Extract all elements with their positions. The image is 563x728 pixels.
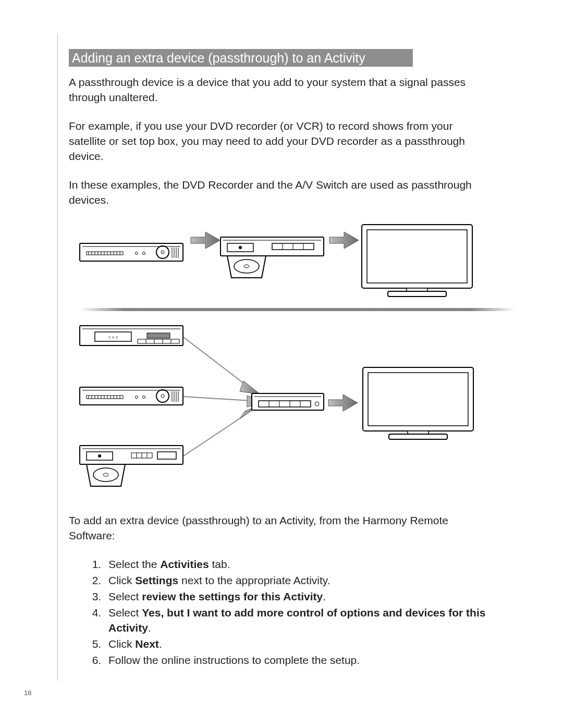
svg-point-73 <box>98 454 101 458</box>
vhs-label: V H S <box>108 336 118 339</box>
svg-marker-22 <box>191 232 220 249</box>
vertical-margin-line <box>57 34 58 681</box>
step-bold: Next <box>135 638 159 650</box>
diagram-row-1 <box>69 221 527 305</box>
svg-point-26 <box>239 246 242 249</box>
diagram-row-2: V H S <box>69 323 527 500</box>
steps-list: Select the Activities tab. Click Setting… <box>89 557 500 668</box>
receiver-device <box>79 380 183 411</box>
step-2: Click Settings next to the appropriate A… <box>104 573 500 588</box>
paragraph-1: A passthrough device is a device that yo… <box>69 75 491 105</box>
av-switch-device <box>251 390 324 415</box>
dvd-player-device <box>79 441 183 493</box>
step-bold: Activities <box>160 558 209 570</box>
step-text: tab. <box>209 558 230 570</box>
paragraph-4: To add an extra device (passthrough) to … <box>69 513 491 544</box>
step-text: . <box>159 638 162 650</box>
svg-point-32 <box>234 260 259 273</box>
svg-rect-38 <box>388 291 446 297</box>
step-text: next to the appropriate Activity. <box>178 574 330 586</box>
step-6: Follow the online instructions to comple… <box>104 653 500 668</box>
svg-line-86 <box>183 414 246 456</box>
svg-point-80 <box>93 468 118 482</box>
dvd-recorder-device <box>220 233 324 285</box>
step-text: Select <box>108 590 142 602</box>
step-3: Select review the settings for this Acti… <box>104 589 500 604</box>
step-4: Select Yes, but I want to add more contr… <box>104 606 500 636</box>
step-text: Click <box>108 638 135 650</box>
svg-rect-42 <box>147 333 170 338</box>
svg-line-84 <box>183 397 251 401</box>
svg-line-82 <box>183 337 246 385</box>
step-text: Select <box>108 607 142 619</box>
svg-rect-48 <box>80 387 183 405</box>
step-text: Click <box>108 574 135 586</box>
svg-rect-0 <box>80 243 183 261</box>
paragraph-3: In these examples, the DVD Recorder and … <box>69 178 491 208</box>
step-5: Click Next. <box>104 637 500 652</box>
step-text: Select the <box>108 558 160 570</box>
step-1: Select the Activities tab. <box>104 557 500 572</box>
step-text: . <box>148 622 151 634</box>
arrow-icon <box>190 230 221 251</box>
vcr-device: V H S <box>79 323 183 351</box>
diagram-area: V H S <box>69 221 527 500</box>
step-bold: Settings <box>135 574 178 586</box>
svg-rect-98 <box>368 373 468 426</box>
step-text: . <box>323 590 326 602</box>
svg-marker-34 <box>329 232 359 249</box>
receiver-device <box>79 236 183 267</box>
diagram-divider <box>80 308 515 311</box>
svg-rect-100 <box>389 434 447 439</box>
tv-device <box>360 221 474 300</box>
svg-marker-96 <box>328 394 358 411</box>
svg-rect-88 <box>252 393 324 410</box>
arrow-icon <box>327 392 359 413</box>
svg-rect-36 <box>367 230 467 283</box>
arrow-icon <box>328 230 360 251</box>
tv-device <box>361 364 475 442</box>
step-bold: review the settings for this Activity <box>142 590 323 602</box>
paragraph-2: For example, if you use your DVD recorde… <box>69 119 491 164</box>
section-heading: Adding an extra device (passthrough) to … <box>69 49 413 67</box>
step-bold: Yes, but I want to add more control of o… <box>108 607 485 634</box>
page-number: 18 <box>24 689 31 697</box>
